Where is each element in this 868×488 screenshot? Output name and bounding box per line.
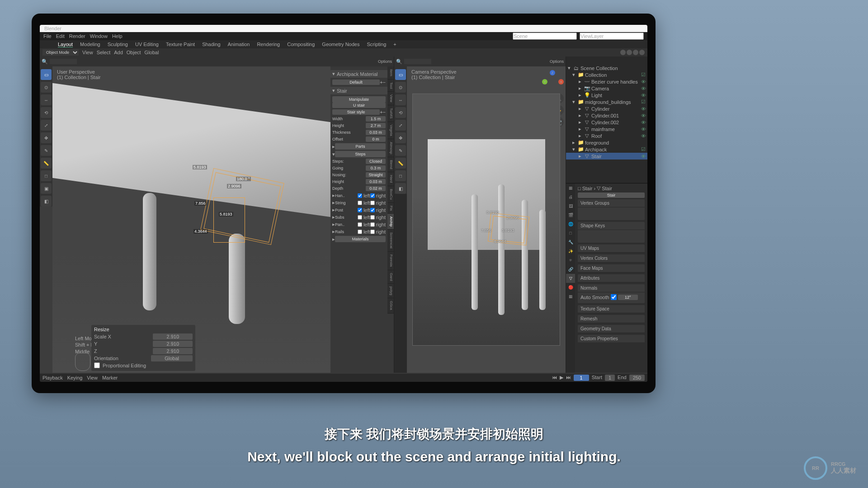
hdr-add[interactable]: Add [114,50,123,55]
tool-extra1[interactable]: ▣ [41,183,52,194]
ntab-item[interactable]: Item [387,66,394,80]
vp-right-options[interactable]: Options [550,59,564,64]
tab-scripting[interactable]: Scripting [367,42,386,47]
tool-extra2[interactable]: ◧ [41,196,52,206]
ol-cyl[interactable]: ▸▽Cylinder👁 [566,105,647,112]
propedit-check[interactable] [94,362,100,368]
mode-select[interactable]: Object Mode [42,49,79,56]
ptab-mesh[interactable]: ▽ [566,274,575,283]
ol-scene-col[interactable]: ▾🗂Scene Collection [566,65,647,71]
ol-mainframe[interactable]: ▸▽mainframe👁 [566,126,647,132]
tool-annotate[interactable]: ✎ [41,145,52,156]
np-parts[interactable]: Parts [335,143,386,150]
timeline[interactable]: Playback Keying View Marker ⏮ ▶ ⏭ 1 Star… [40,374,647,382]
search-icon[interactable]: 🔍 [42,59,48,65]
ps-geom[interactable]: Geometry Data [578,325,645,333]
ptab-viewlayer[interactable]: 🖼 [566,202,575,211]
scene-name-input[interactable] [513,33,577,40]
ntab-atmosp[interactable]: Atmosp [387,139,394,157]
ol-roof[interactable]: ▸▽Roof👁 [566,132,647,139]
ptab-material[interactable]: 🔴 [566,283,575,292]
ol-bezier[interactable]: ▸〰Bezier curve handles👁 [566,78,647,85]
ptab-physics[interactable]: ⚛ [566,256,575,265]
ps-fm[interactable]: Face Maps [578,264,645,272]
ps-vc[interactable]: Vertex Colors [578,254,645,263]
tool-transform-r[interactable]: ✥ [395,132,406,143]
tool-extra-r[interactable]: ◧ [395,183,406,194]
ps-remesh[interactable]: Remesh [578,315,645,323]
ol-cyl1[interactable]: ▸▽Cylinder.001👁 [566,112,647,119]
np-stair-head[interactable]: ▾ Stair [330,87,387,94]
stair-object[interactable]: 5.8193 180.0 ° 2.9096 7.856 5.8193 4.364… [197,170,292,261]
ps-attr[interactable]: Attributes [578,274,645,282]
np-steps[interactable]: Steps [335,151,386,157]
tool-cursor-r[interactable]: ⊙ [395,82,406,93]
ptab-object[interactable]: □ [566,229,575,238]
tab-geonodes[interactable]: Geometry Nodes [322,42,359,47]
ptab-world[interactable]: 🌐 [566,220,575,229]
tl-skipend-icon[interactable]: ⏭ [566,375,571,381]
ps-norm[interactable]: Normals [578,284,645,292]
ptab-texture[interactable]: ▦ [566,292,575,301]
ntab-vegeta[interactable]: Vegeta [387,122,394,139]
viewlayer-input[interactable] [580,33,644,40]
tool-select-r[interactable]: ▭ [395,69,406,80]
ptab-particles[interactable]: ✨ [566,247,575,256]
tl-play-icon[interactable]: ▶ [560,375,563,381]
ntab-gsca[interactable]: GSca [387,298,394,313]
ps-vg[interactable]: Vertex Groups [578,199,645,207]
menu-edit[interactable]: Edit [56,33,65,39]
ptab-render[interactable]: ▦ [566,183,575,192]
tool-scale-r[interactable]: ⤢ [395,120,406,131]
nav-gizmo-right[interactable]: ZYX [542,70,563,91]
ol-foreground[interactable]: ▸📁foreground [566,139,647,146]
ntab-blend[interactable]: Blend [387,157,394,172]
ol-light[interactable]: ▸💡Light👁 [566,92,647,99]
ntab-boxcu[interactable]: BoxCu [387,186,394,203]
hdr-view[interactable]: View [82,50,93,55]
tl-keying[interactable]: Keying [67,375,83,380]
ps-cprops[interactable]: Custom Properties [578,335,645,343]
menu-render[interactable]: Render [69,33,85,39]
ntab-screencat[interactable]: Screencat [387,230,394,252]
ol-collection[interactable]: ▾📁Collection☑ [566,71,647,78]
vp-left-options[interactable]: Options [378,59,392,64]
tool-measure-r[interactable]: 📏 [395,158,406,169]
tab-shading[interactable]: Shading [202,42,220,47]
prop-name[interactable]: Stair [578,192,645,198]
tool-measure[interactable]: 📏 [41,158,52,169]
menu-window[interactable]: Window [90,33,108,39]
tab-uv[interactable]: UV Editing [135,42,159,47]
tool-cursor[interactable]: ⊙ [41,82,52,93]
autosmooth-check[interactable] [611,294,617,300]
ntab-hard[interactable]: Hard [387,172,394,186]
hdr-object[interactable]: Object [127,50,141,55]
tl-view[interactable]: View [87,375,98,380]
ptab-constraints[interactable]: 🔗 [566,265,575,274]
hdr-global[interactable]: Global [145,50,159,55]
ptab-output[interactable]: 🖨 [566,192,575,202]
ptab-scene[interactable]: 🎬 [566,211,575,220]
ntab-view[interactable]: View [387,92,394,105]
ntab-foresta[interactable]: Foresta [387,252,394,270]
ol-camera[interactable]: ▸📷Camera👁 [566,85,647,92]
hdr-select[interactable]: Select [97,50,111,55]
ol-midground[interactable]: ▾📁midground_buildings☑ [566,99,647,105]
np-manipulate[interactable]: Manipulate [332,96,386,103]
tab-anim[interactable]: Animation [228,42,250,47]
ntab-gard[interactable]: Gard [387,270,394,284]
tab-modeling[interactable]: Modeling [80,42,100,47]
ntab-archip[interactable]: Archip [387,214,394,230]
tab-sculpting[interactable]: Sculpting [108,42,128,47]
vp-left-search[interactable] [50,59,77,64]
ntab-tool[interactable]: Tool [387,80,394,92]
search-icon[interactable]: 🔍 [396,59,402,65]
tool-rotate[interactable]: ⟲ [41,107,52,118]
tl-marker[interactable]: Marker [102,375,118,380]
vp-right-canvas[interactable]: Camera Perspective (1) Collection | Stai… [407,66,566,373]
tab-rendering[interactable]: Rendering [257,42,280,47]
tool-addcube[interactable]: □ [41,170,52,181]
np-archmat-head[interactable]: ▾ Archipack Material [330,70,387,78]
tool-scale[interactable]: ⤢ [41,120,52,131]
tool-rotate-r[interactable]: ⟲ [395,107,406,118]
